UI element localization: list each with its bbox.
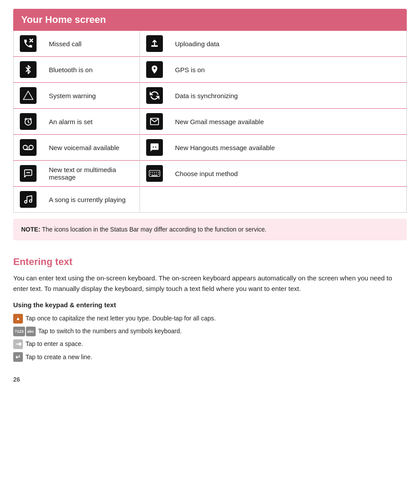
list-item: ?123 abc Tap to switch to the numbers an…	[13, 326, 407, 337]
svg-point-10	[29, 145, 33, 150]
keypad-tips-list: ▲ Tap once to capitalize the next letter…	[13, 313, 407, 363]
table-row: Bluetooth is on GPS is on	[14, 57, 407, 83]
svg-point-9	[23, 145, 28, 150]
tip-text: Tap to switch to the numbers and symbols…	[38, 326, 182, 337]
alarm-icon	[20, 113, 37, 130]
left-icon-cell	[14, 161, 43, 187]
right-desc-cell: New Gmail message available	[169, 109, 407, 135]
left-icon-cell	[14, 31, 43, 57]
space-icon: ⇥	[13, 339, 23, 349]
table-row: A song is currently playing	[14, 187, 407, 213]
right-desc-text: New Hangouts message available	[175, 144, 275, 151]
left-desc-text: A song is currently playing	[49, 196, 125, 203]
left-desc-cell: New voicemail available	[43, 135, 140, 161]
keyboard-icon	[146, 165, 163, 182]
number-icons: ?123 abc	[13, 327, 36, 336]
left-desc-text: New text or multimedia message	[49, 166, 116, 181]
svg-point-30	[29, 200, 32, 202]
right-icon-cell-empty	[140, 187, 169, 213]
note-text: The icons location in the Status Bar may…	[42, 226, 266, 233]
missed-call-icon	[20, 35, 37, 52]
sms-icon	[20, 165, 37, 182]
right-desc-text: New Gmail message available	[175, 118, 264, 125]
left-icon-cell	[14, 57, 43, 83]
list-item: ⇥ Tap to enter a space.	[13, 338, 407, 349]
left-desc-cell: New text or multimedia message	[43, 161, 140, 187]
left-icon-cell	[14, 135, 43, 161]
right-desc-cell: Choose input method	[169, 161, 407, 187]
right-desc-cell: GPS is on	[169, 57, 407, 83]
icon-table: Missed call Uploading data Blue	[13, 31, 407, 213]
table-row: System warning Data is synchronizing	[14, 83, 407, 109]
number-icon: ?123	[13, 327, 25, 336]
left-desc-text: New voicemail available	[49, 144, 119, 151]
right-icon-cell	[140, 31, 169, 57]
note-label: NOTE:	[21, 226, 41, 233]
right-desc-cell: Uploading data	[169, 31, 407, 57]
entering-text-title: Entering text	[13, 256, 407, 268]
left-desc-text: System warning	[49, 92, 96, 99]
left-desc-cell: A song is currently playing	[43, 187, 140, 213]
svg-point-4	[28, 97, 29, 98]
upload-icon	[146, 35, 163, 52]
header-title: Your Home screen	[21, 14, 106, 25]
page-number: 26	[13, 376, 407, 383]
tip-text: Tap to enter a space.	[26, 338, 83, 349]
left-desc-text: Bluetooth is on	[49, 66, 92, 74]
right-icon-cell	[140, 83, 169, 109]
capitalize-icon: ▲	[13, 314, 23, 324]
svg-point-12	[152, 147, 154, 148]
left-desc-cell: Missed call	[43, 31, 140, 57]
newline-icon: ↵	[13, 352, 23, 362]
right-desc-text: GPS is on	[175, 66, 205, 74]
right-desc-text: Uploading data	[175, 40, 220, 48]
bluetooth-icon	[20, 61, 37, 78]
svg-point-13	[155, 147, 156, 148]
tip-text: Tap once to capitalize the next letter y…	[26, 313, 216, 324]
left-icon-cell	[14, 83, 43, 109]
gmail-icon	[146, 113, 163, 130]
left-icon-cell	[14, 109, 43, 135]
right-desc-cell: New Hangouts message available	[169, 135, 407, 161]
right-icon-cell	[140, 57, 169, 83]
list-item: ↵ Tap to create a new line.	[13, 352, 407, 363]
table-row: New voicemail available New Hangouts mes…	[14, 135, 407, 161]
left-desc-cell: An alarm is set	[43, 109, 140, 135]
table-row: New text or multimedia message	[14, 161, 407, 187]
left-icon-cell	[14, 187, 43, 213]
left-desc-text: Missed call	[49, 40, 81, 48]
right-icon-cell	[140, 109, 169, 135]
right-desc-text: Data is synchronizing	[175, 92, 238, 99]
list-item: ▲ Tap once to capitalize the next letter…	[13, 313, 407, 324]
right-icon-cell	[140, 135, 169, 161]
right-desc-cell: Data is synchronizing	[169, 83, 407, 109]
right-desc-cell-empty	[169, 187, 407, 213]
table-row: Missed call Uploading data	[14, 31, 407, 57]
table-row: An alarm is set New Gmail message availa…	[14, 109, 407, 135]
keypad-subsection-title: Using the keypad & entering text	[13, 301, 407, 309]
section-header: Your Home screen	[13, 9, 407, 31]
svg-point-29	[25, 201, 27, 203]
hangouts-icon	[146, 139, 163, 156]
note-box: NOTE: The icons location in the Status B…	[13, 219, 407, 240]
left-desc-text: An alarm is set	[49, 118, 92, 125]
tip-text: Tap to create a new line.	[26, 352, 92, 363]
left-desc-cell: System warning	[43, 83, 140, 109]
music-icon	[20, 191, 37, 208]
voicemail-icon	[20, 139, 37, 156]
right-desc-text: Choose input method	[175, 170, 238, 177]
right-icon-cell	[140, 161, 169, 187]
left-desc-cell: Bluetooth is on	[43, 57, 140, 83]
gps-icon	[146, 61, 163, 78]
warning-icon	[20, 87, 37, 104]
sync-icon	[146, 87, 163, 104]
abc-icon: abc	[26, 327, 36, 336]
entering-text-body: You can enter text using the on-screen k…	[13, 273, 407, 294]
